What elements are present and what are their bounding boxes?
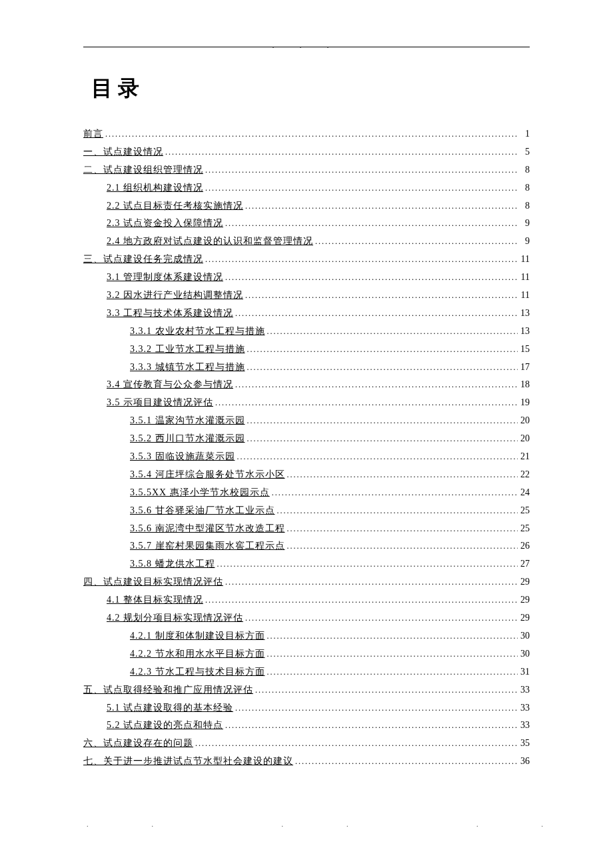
- toc-entry[interactable]: 4.1 整体目标实现情况29: [107, 593, 530, 607]
- toc-entry[interactable]: 3.5.5XX 惠泽小学节水校园示点24: [130, 485, 530, 500]
- toc-entry[interactable]: 3.5.6 甘谷驿采油厂节水工业示点25: [130, 503, 530, 518]
- toc-entry-page: 27: [518, 557, 530, 571]
- toc-entry[interactable]: 5.1 试点建设取得的基本经验33: [107, 701, 530, 715]
- toc-leader-dots: [285, 523, 518, 535]
- toc-entry[interactable]: 3.5.8 蟠龙供水工程27: [130, 557, 530, 571]
- toc-entry-page: 30: [518, 647, 530, 661]
- toc-entry[interactable]: 4.2.1 制度和体制建设目标方面30: [130, 629, 530, 643]
- toc-entry-page: 13: [518, 324, 530, 339]
- toc-entry-text: 4.1 整体目标实现情况: [107, 593, 203, 607]
- toc-entry[interactable]: 3.5.2 西川口节水灌溉示园20: [130, 431, 530, 446]
- toc-leader-dots: [265, 666, 518, 679]
- toc-entry-page: 11: [518, 270, 530, 285]
- toc-leader-dots: [275, 505, 518, 517]
- toc-entry-text: 4.2.1 制度和体制建设目标方面: [130, 629, 265, 643]
- toc-entry-text: 3.3 工程与技术体系建设情况: [107, 306, 233, 321]
- toc-entry-page: 9: [518, 234, 530, 249]
- toc-entry-text: 2.1 组织机构建设情况: [107, 181, 203, 195]
- toc-leader-dots: [265, 648, 518, 661]
- document-page: . . . 目录 前言1一、试点建设情况5二、试点建设组织管理情况82.1 组织…: [0, 0, 613, 769]
- toc-entry-page: 13: [518, 306, 530, 321]
- toc-entry-text: 2.2 试点目标责任考核实施情况: [107, 199, 243, 213]
- toc-entry-text: 前言: [83, 127, 103, 141]
- toc-entry-text: 3.5.5XX 惠泽小学节水校园示点: [130, 485, 270, 500]
- toc-entry-page: 22: [518, 467, 530, 482]
- toc-entry[interactable]: 3.4 宣传教育与公众参与情况18: [107, 377, 530, 392]
- toc-entry-text: 3.3.1 农业农村节水工程与措施: [130, 324, 265, 339]
- toc-entry[interactable]: 2.4 地方政府对试点建设的认识和监督管理情况9: [107, 234, 530, 249]
- toc-entry-text: 4.2.3 节水工程与技术目标方面: [130, 665, 265, 679]
- toc-entry-page: 19: [518, 395, 530, 410]
- toc-leader-dots: [265, 325, 518, 338]
- toc-entry[interactable]: 3.1 管理制度体系建设情况11: [107, 270, 530, 285]
- toc-entry[interactable]: 一、试点建设情况5: [83, 145, 530, 159]
- toc-entry[interactable]: 二、试点建设组织管理情况8: [83, 163, 530, 177]
- toc-entry-page: 15: [518, 342, 530, 357]
- toc-entry-text: 3.5.3 固临设施蔬菜示园: [130, 449, 235, 464]
- toc-entry-page: 1: [518, 127, 530, 141]
- toc-entry[interactable]: 三、试点建设任务完成情况11: [83, 252, 530, 267]
- toc-entry-page: 33: [518, 683, 530, 697]
- toc-entry-page: 36: [518, 754, 530, 769]
- toc-leader-dots: [245, 433, 518, 445]
- toc-entry-text: 3.5.2 西川口节水灌溉示园: [130, 431, 245, 446]
- toc-entry-page: 11: [518, 288, 530, 303]
- toc-entry-page: 24: [518, 485, 530, 500]
- toc-entry[interactable]: 四、试点建设目标实现情况评估29: [83, 575, 530, 589]
- toc-entry-text: 5.1 试点建设取得的基本经验: [107, 701, 233, 715]
- toc-entry[interactable]: 5.2 试点建设的亮点和特点33: [107, 718, 530, 733]
- toc-entry[interactable]: 2.2 试点目标责任考核实施情况8: [107, 199, 530, 213]
- toc-entry-page: 18: [518, 377, 530, 392]
- toc-entry[interactable]: 4.2 规划分项目标实现情况评估29: [107, 611, 530, 625]
- toc-entry-page: 8: [518, 181, 530, 195]
- toc-entry-page: 21: [518, 449, 530, 464]
- toc-entry[interactable]: 4.2.2 节水和用水水平目标方面30: [130, 647, 530, 661]
- toc-entry[interactable]: 2.3 试点资金投入保障情况9: [107, 216, 530, 231]
- toc-entry[interactable]: 3.3.2 工业节水工程与措施15: [130, 342, 530, 357]
- toc-entry[interactable]: 4.2.3 节水工程与技术目标方面31: [130, 665, 530, 679]
- toc-entry[interactable]: 3.5.6 南泥湾中型灌区节水改造工程25: [130, 521, 530, 536]
- toc-entry[interactable]: 七、关于进一步推进试点节水型社会建设的建议36: [83, 754, 530, 769]
- toc-entry-text: 3.5.8 蟠龙供水工程: [130, 557, 215, 571]
- toc-entry[interactable]: 3.2 因水进行产业结构调整情况11: [107, 288, 530, 303]
- toc-leader-dots: [243, 612, 518, 625]
- header-dots: . . .: [83, 42, 530, 49]
- toc-entry-page: 30: [518, 629, 530, 643]
- toc-leader-dots: [233, 307, 518, 320]
- toc-entry-page: 17: [518, 360, 530, 375]
- toc-entry-page: 20: [518, 431, 530, 446]
- toc-entry[interactable]: 2.1 组织机构建设情况8: [107, 181, 530, 195]
- toc-entry[interactable]: 3.5.4 河庄坪综合服务处节水示小区22: [130, 467, 530, 482]
- header-rule: . . .: [83, 47, 530, 47]
- toc-entry[interactable]: 3.3 工程与技术体系建设情况13: [107, 306, 530, 321]
- toc-entry-page: 9: [518, 216, 530, 231]
- toc-leader-dots: [285, 469, 518, 481]
- table-of-contents: 前言1一、试点建设情况5二、试点建设组织管理情况82.1 组织机构建设情况82.…: [83, 127, 530, 769]
- toc-entry-text: 3.5 示项目建设情况评估: [107, 395, 213, 410]
- toc-entry[interactable]: 六、试点建设存在的问题35: [83, 736, 530, 751]
- toc-entry-page: 31: [518, 665, 530, 679]
- toc-entry[interactable]: 前言1: [83, 127, 530, 141]
- toc-entry[interactable]: 3.5.1 温家沟节水灌溉示园20: [130, 413, 530, 428]
- toc-entry[interactable]: 3.3.3 城镇节水工程与措施17: [130, 360, 530, 375]
- toc-entry[interactable]: 3.5.3 固临设施蔬菜示园21: [130, 449, 530, 464]
- toc-entry-page: 8: [518, 163, 530, 177]
- toc-entry-page: 5: [518, 145, 530, 159]
- toc-entry-page: 29: [518, 575, 530, 589]
- toc-leader-dots: [235, 451, 518, 463]
- toc-entry-text: 六、试点建设存在的问题: [83, 736, 193, 751]
- toc-entry-text: 4.2 规划分项目标实现情况评估: [107, 611, 243, 625]
- toc-entry-text: 三、试点建设任务完成情况: [83, 252, 203, 267]
- toc-entry-text: 3.1 管理制度体系建设情况: [107, 270, 223, 285]
- toc-entry[interactable]: 3.5 示项目建设情况评估19: [107, 395, 530, 410]
- toc-entry-page: 8: [518, 199, 530, 213]
- toc-leader-dots: [245, 361, 518, 374]
- toc-entry-page: 25: [518, 503, 530, 518]
- toc-leader-dots: [243, 289, 518, 302]
- toc-leader-dots: [253, 684, 518, 697]
- toc-entry[interactable]: 五、试点取得经验和推广应用情况评估33: [83, 683, 530, 697]
- toc-entry[interactable]: 3.5.7 崖窑村果园集雨水窖工程示点26: [130, 539, 530, 553]
- toc-leader-dots: [215, 558, 518, 571]
- toc-entry[interactable]: 3.3.1 农业农村节水工程与措施13: [130, 324, 530, 339]
- toc-leader-dots: [265, 630, 518, 643]
